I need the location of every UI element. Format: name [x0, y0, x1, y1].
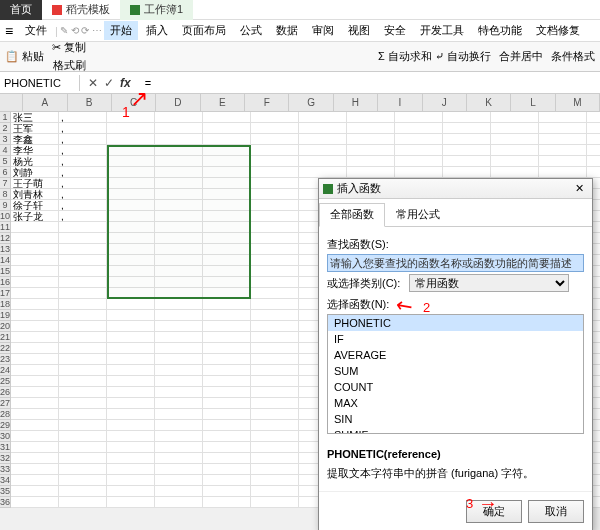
row-header[interactable]: 13	[0, 244, 11, 255]
name-box[interactable]: PHONETIC	[0, 75, 80, 91]
cell[interactable]	[251, 277, 299, 288]
cell[interactable]	[251, 145, 299, 156]
menu-devtools[interactable]: 开发工具	[414, 21, 470, 40]
cell[interactable]	[395, 112, 443, 123]
menu-formula[interactable]: 公式	[234, 21, 268, 40]
row-header[interactable]: 31	[0, 442, 11, 453]
cell[interactable]	[491, 112, 539, 123]
col-header[interactable]: L	[511, 94, 555, 111]
tab-home[interactable]: 首页	[0, 0, 42, 20]
cell[interactable]	[155, 134, 203, 145]
cell[interactable]	[155, 442, 203, 453]
cell[interactable]	[203, 211, 251, 222]
cell[interactable]	[203, 156, 251, 167]
cell[interactable]: 刘静	[11, 167, 59, 178]
menu-docfix[interactable]: 文档修复	[530, 21, 586, 40]
cell[interactable]	[59, 343, 107, 354]
cell[interactable]	[107, 376, 155, 387]
col-header[interactable]: H	[334, 94, 378, 111]
cell[interactable]	[251, 475, 299, 486]
row-header[interactable]: 29	[0, 420, 11, 431]
cell[interactable]	[491, 145, 539, 156]
cell[interactable]	[155, 266, 203, 277]
cell[interactable]	[11, 409, 59, 420]
cell[interactable]	[59, 244, 107, 255]
row-header[interactable]: 24	[0, 365, 11, 376]
cell[interactable]	[299, 145, 347, 156]
cell[interactable]: ,	[59, 134, 107, 145]
cell[interactable]	[155, 222, 203, 233]
cell[interactable]	[155, 420, 203, 431]
cell[interactable]: 张子龙	[11, 211, 59, 222]
cell[interactable]	[251, 387, 299, 398]
cell[interactable]	[155, 409, 203, 420]
cell[interactable]	[155, 288, 203, 299]
menu-review[interactable]: 审阅	[306, 21, 340, 40]
autosum-button[interactable]: Σ 自动求和	[378, 49, 432, 64]
cell[interactable]	[443, 123, 491, 134]
cell[interactable]	[203, 431, 251, 442]
cell[interactable]	[251, 365, 299, 376]
col-header[interactable]: B	[68, 94, 112, 111]
cell[interactable]: ,	[59, 145, 107, 156]
cell[interactable]	[203, 123, 251, 134]
cell[interactable]	[107, 288, 155, 299]
cell[interactable]	[59, 398, 107, 409]
col-header[interactable]: F	[245, 94, 289, 111]
cell[interactable]	[107, 244, 155, 255]
cell[interactable]	[107, 310, 155, 321]
cell[interactable]	[155, 189, 203, 200]
cell[interactable]	[587, 145, 600, 156]
cell[interactable]	[299, 156, 347, 167]
row-header[interactable]: 9	[0, 200, 11, 211]
cell[interactable]	[251, 222, 299, 233]
function-item[interactable]: SUMIF	[328, 427, 583, 434]
cell[interactable]	[299, 167, 347, 178]
cell[interactable]: ,	[59, 200, 107, 211]
cell[interactable]	[203, 497, 251, 508]
row-header[interactable]: 11	[0, 222, 11, 233]
cell[interactable]	[155, 310, 203, 321]
row-header[interactable]: 33	[0, 464, 11, 475]
col-header[interactable]: E	[201, 94, 245, 111]
cell[interactable]	[107, 321, 155, 332]
cell[interactable]	[59, 486, 107, 497]
cell[interactable]	[587, 112, 600, 123]
cell[interactable]	[11, 464, 59, 475]
cell[interactable]	[155, 343, 203, 354]
cell[interactable]	[59, 233, 107, 244]
cell[interactable]	[11, 354, 59, 365]
cell[interactable]	[11, 453, 59, 464]
row-header[interactable]: 4	[0, 145, 11, 156]
cell[interactable]	[11, 244, 59, 255]
cell[interactable]	[203, 321, 251, 332]
cell[interactable]	[251, 420, 299, 431]
cell[interactable]	[11, 442, 59, 453]
cell[interactable]	[539, 156, 587, 167]
cell[interactable]	[11, 233, 59, 244]
cell[interactable]	[107, 475, 155, 486]
cell[interactable]	[107, 255, 155, 266]
row-header[interactable]: 34	[0, 475, 11, 486]
cell[interactable]	[395, 123, 443, 134]
cell[interactable]: 李华	[11, 145, 59, 156]
cell[interactable]	[155, 112, 203, 123]
cell[interactable]	[11, 365, 59, 376]
cell[interactable]	[203, 299, 251, 310]
cell[interactable]	[347, 123, 395, 134]
cell[interactable]	[491, 156, 539, 167]
cell[interactable]	[59, 475, 107, 486]
cell[interactable]	[491, 123, 539, 134]
cell[interactable]	[251, 442, 299, 453]
cell[interactable]	[251, 266, 299, 277]
cell[interactable]	[251, 299, 299, 310]
function-item[interactable]: SIN	[328, 411, 583, 427]
cell[interactable]	[203, 134, 251, 145]
cell[interactable]	[251, 497, 299, 508]
cell[interactable]: 李鑫	[11, 134, 59, 145]
cell[interactable]	[11, 332, 59, 343]
cell[interactable]	[203, 112, 251, 123]
cell[interactable]	[251, 123, 299, 134]
cell[interactable]	[107, 123, 155, 134]
cell[interactable]	[11, 398, 59, 409]
